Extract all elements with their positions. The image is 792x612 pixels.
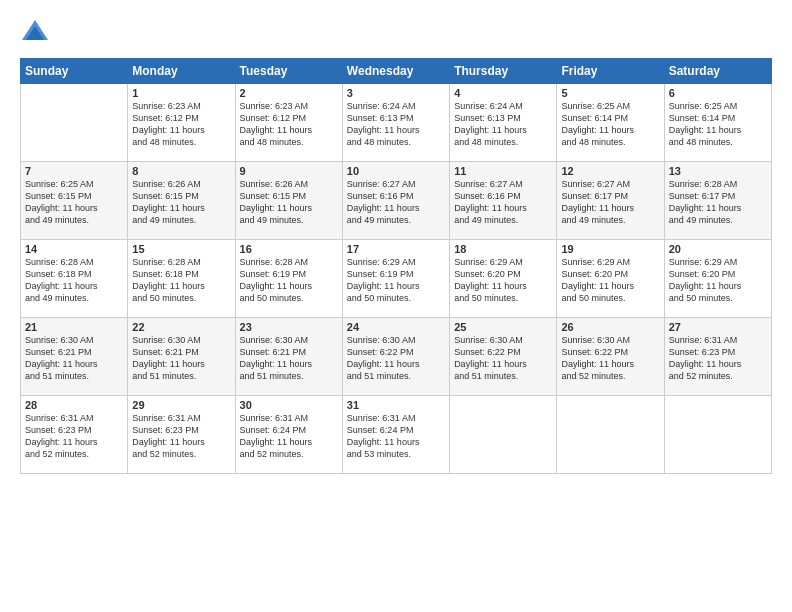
calendar-cell: 27Sunrise: 6:31 AM Sunset: 6:23 PM Dayli…: [664, 318, 771, 396]
calendar-cell: 18Sunrise: 6:29 AM Sunset: 6:20 PM Dayli…: [450, 240, 557, 318]
week-row-5: 28Sunrise: 6:31 AM Sunset: 6:23 PM Dayli…: [21, 396, 772, 474]
calendar-table: SundayMondayTuesdayWednesdayThursdayFrid…: [20, 58, 772, 474]
day-number: 22: [132, 321, 230, 333]
calendar-cell: 22Sunrise: 6:30 AM Sunset: 6:21 PM Dayli…: [128, 318, 235, 396]
day-info: Sunrise: 6:24 AM Sunset: 6:13 PM Dayligh…: [347, 100, 445, 149]
calendar-cell: 3Sunrise: 6:24 AM Sunset: 6:13 PM Daylig…: [342, 84, 449, 162]
calendar-cell: 17Sunrise: 6:29 AM Sunset: 6:19 PM Dayli…: [342, 240, 449, 318]
calendar-cell: 11Sunrise: 6:27 AM Sunset: 6:16 PM Dayli…: [450, 162, 557, 240]
calendar-cell: 4Sunrise: 6:24 AM Sunset: 6:13 PM Daylig…: [450, 84, 557, 162]
day-number: 11: [454, 165, 552, 177]
day-number: 14: [25, 243, 123, 255]
day-info: Sunrise: 6:30 AM Sunset: 6:22 PM Dayligh…: [347, 334, 445, 383]
logo-icon: [20, 18, 50, 48]
day-info: Sunrise: 6:31 AM Sunset: 6:24 PM Dayligh…: [240, 412, 338, 461]
day-number: 23: [240, 321, 338, 333]
day-number: 20: [669, 243, 767, 255]
logo: [20, 18, 54, 48]
day-info: Sunrise: 6:30 AM Sunset: 6:21 PM Dayligh…: [132, 334, 230, 383]
day-info: Sunrise: 6:27 AM Sunset: 6:17 PM Dayligh…: [561, 178, 659, 227]
day-number: 16: [240, 243, 338, 255]
calendar-cell: 31Sunrise: 6:31 AM Sunset: 6:24 PM Dayli…: [342, 396, 449, 474]
day-info: Sunrise: 6:23 AM Sunset: 6:12 PM Dayligh…: [240, 100, 338, 149]
day-number: 6: [669, 87, 767, 99]
weekday-header-monday: Monday: [128, 59, 235, 84]
day-number: 1: [132, 87, 230, 99]
day-info: Sunrise: 6:30 AM Sunset: 6:22 PM Dayligh…: [561, 334, 659, 383]
day-number: 31: [347, 399, 445, 411]
day-info: Sunrise: 6:27 AM Sunset: 6:16 PM Dayligh…: [454, 178, 552, 227]
weekday-header-sunday: Sunday: [21, 59, 128, 84]
day-info: Sunrise: 6:31 AM Sunset: 6:23 PM Dayligh…: [132, 412, 230, 461]
calendar-cell: 24Sunrise: 6:30 AM Sunset: 6:22 PM Dayli…: [342, 318, 449, 396]
day-number: 21: [25, 321, 123, 333]
weekday-header-thursday: Thursday: [450, 59, 557, 84]
calendar-cell: 19Sunrise: 6:29 AM Sunset: 6:20 PM Dayli…: [557, 240, 664, 318]
day-info: Sunrise: 6:30 AM Sunset: 6:21 PM Dayligh…: [240, 334, 338, 383]
day-number: 15: [132, 243, 230, 255]
day-info: Sunrise: 6:29 AM Sunset: 6:19 PM Dayligh…: [347, 256, 445, 305]
day-number: 10: [347, 165, 445, 177]
day-number: 5: [561, 87, 659, 99]
calendar-cell: 9Sunrise: 6:26 AM Sunset: 6:15 PM Daylig…: [235, 162, 342, 240]
day-number: 27: [669, 321, 767, 333]
calendar-cell: 5Sunrise: 6:25 AM Sunset: 6:14 PM Daylig…: [557, 84, 664, 162]
day-info: Sunrise: 6:25 AM Sunset: 6:15 PM Dayligh…: [25, 178, 123, 227]
day-info: Sunrise: 6:26 AM Sunset: 6:15 PM Dayligh…: [240, 178, 338, 227]
day-number: 2: [240, 87, 338, 99]
day-info: Sunrise: 6:31 AM Sunset: 6:23 PM Dayligh…: [25, 412, 123, 461]
day-info: Sunrise: 6:26 AM Sunset: 6:15 PM Dayligh…: [132, 178, 230, 227]
week-row-1: 1Sunrise: 6:23 AM Sunset: 6:12 PM Daylig…: [21, 84, 772, 162]
day-info: Sunrise: 6:25 AM Sunset: 6:14 PM Dayligh…: [561, 100, 659, 149]
calendar-cell: 10Sunrise: 6:27 AM Sunset: 6:16 PM Dayli…: [342, 162, 449, 240]
weekday-header-friday: Friday: [557, 59, 664, 84]
day-info: Sunrise: 6:31 AM Sunset: 6:23 PM Dayligh…: [669, 334, 767, 383]
week-row-3: 14Sunrise: 6:28 AM Sunset: 6:18 PM Dayli…: [21, 240, 772, 318]
calendar-cell: 21Sunrise: 6:30 AM Sunset: 6:21 PM Dayli…: [21, 318, 128, 396]
day-number: 25: [454, 321, 552, 333]
day-info: Sunrise: 6:30 AM Sunset: 6:21 PM Dayligh…: [25, 334, 123, 383]
day-number: 3: [347, 87, 445, 99]
calendar-cell: 25Sunrise: 6:30 AM Sunset: 6:22 PM Dayli…: [450, 318, 557, 396]
day-number: 7: [25, 165, 123, 177]
calendar-cell: 29Sunrise: 6:31 AM Sunset: 6:23 PM Dayli…: [128, 396, 235, 474]
calendar-cell: 15Sunrise: 6:28 AM Sunset: 6:18 PM Dayli…: [128, 240, 235, 318]
calendar-cell: [450, 396, 557, 474]
day-number: 8: [132, 165, 230, 177]
day-number: 30: [240, 399, 338, 411]
day-info: Sunrise: 6:23 AM Sunset: 6:12 PM Dayligh…: [132, 100, 230, 149]
day-number: 9: [240, 165, 338, 177]
weekday-header-saturday: Saturday: [664, 59, 771, 84]
calendar-cell: [557, 396, 664, 474]
calendar-cell: [21, 84, 128, 162]
calendar-cell: 16Sunrise: 6:28 AM Sunset: 6:19 PM Dayli…: [235, 240, 342, 318]
day-number: 12: [561, 165, 659, 177]
page: SundayMondayTuesdayWednesdayThursdayFrid…: [0, 0, 792, 612]
day-number: 4: [454, 87, 552, 99]
day-number: 17: [347, 243, 445, 255]
day-number: 28: [25, 399, 123, 411]
week-row-2: 7Sunrise: 6:25 AM Sunset: 6:15 PM Daylig…: [21, 162, 772, 240]
calendar-cell: 8Sunrise: 6:26 AM Sunset: 6:15 PM Daylig…: [128, 162, 235, 240]
day-info: Sunrise: 6:28 AM Sunset: 6:18 PM Dayligh…: [25, 256, 123, 305]
day-info: Sunrise: 6:29 AM Sunset: 6:20 PM Dayligh…: [561, 256, 659, 305]
week-row-4: 21Sunrise: 6:30 AM Sunset: 6:21 PM Dayli…: [21, 318, 772, 396]
calendar-cell: 1Sunrise: 6:23 AM Sunset: 6:12 PM Daylig…: [128, 84, 235, 162]
day-info: Sunrise: 6:30 AM Sunset: 6:22 PM Dayligh…: [454, 334, 552, 383]
day-number: 29: [132, 399, 230, 411]
header: [20, 18, 772, 48]
calendar-cell: 2Sunrise: 6:23 AM Sunset: 6:12 PM Daylig…: [235, 84, 342, 162]
day-info: Sunrise: 6:28 AM Sunset: 6:17 PM Dayligh…: [669, 178, 767, 227]
calendar-cell: 14Sunrise: 6:28 AM Sunset: 6:18 PM Dayli…: [21, 240, 128, 318]
day-number: 24: [347, 321, 445, 333]
calendar-cell: 28Sunrise: 6:31 AM Sunset: 6:23 PM Dayli…: [21, 396, 128, 474]
weekday-header-tuesday: Tuesday: [235, 59, 342, 84]
calendar-cell: 23Sunrise: 6:30 AM Sunset: 6:21 PM Dayli…: [235, 318, 342, 396]
day-number: 13: [669, 165, 767, 177]
calendar-cell: 6Sunrise: 6:25 AM Sunset: 6:14 PM Daylig…: [664, 84, 771, 162]
calendar-cell: 12Sunrise: 6:27 AM Sunset: 6:17 PM Dayli…: [557, 162, 664, 240]
weekday-header-row: SundayMondayTuesdayWednesdayThursdayFrid…: [21, 59, 772, 84]
day-info: Sunrise: 6:28 AM Sunset: 6:18 PM Dayligh…: [132, 256, 230, 305]
calendar-cell: [664, 396, 771, 474]
day-info: Sunrise: 6:27 AM Sunset: 6:16 PM Dayligh…: [347, 178, 445, 227]
